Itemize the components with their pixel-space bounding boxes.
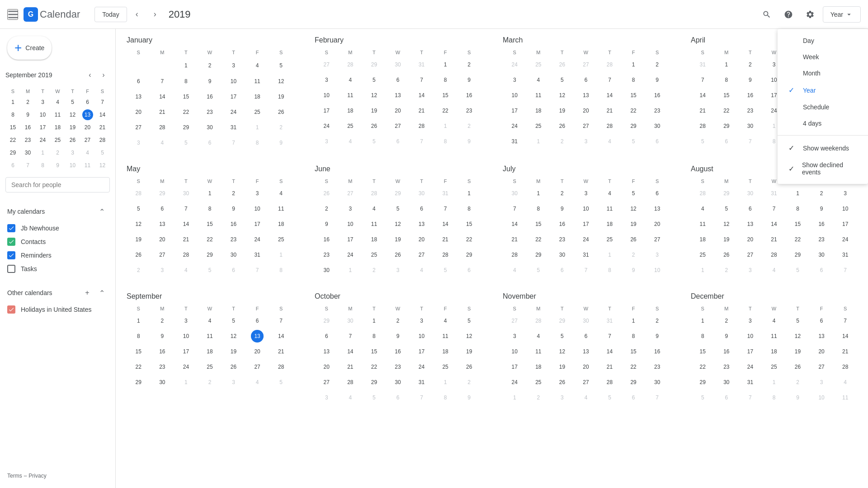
month-day[interactable]: 29 (151, 186, 175, 201)
month-day[interactable]: 10 (245, 201, 269, 216)
month-day[interactable]: 19 (386, 232, 410, 247)
month-day[interactable]: 3 (738, 263, 762, 278)
month-day[interactable]: 13 (315, 344, 339, 359)
month-day[interactable]: 7 (598, 72, 622, 88)
month-day[interactable]: 8 (434, 390, 458, 405)
month-day[interactable]: 29 (315, 313, 339, 328)
month-day[interactable]: 2 (527, 390, 551, 405)
mini-cal-day[interactable]: 11 (50, 108, 65, 121)
month-day[interactable]: 2 (457, 57, 481, 72)
month-day[interactable]: 25 (527, 118, 551, 134)
month-day[interactable]: 26 (622, 232, 646, 247)
month-day[interactable]: 17 (222, 89, 245, 104)
month-day[interactable]: 27 (410, 247, 434, 263)
month-day[interactable]: 15 (174, 89, 198, 104)
add-other-calendar[interactable]: + (81, 286, 94, 299)
month-day[interactable]: 11 (269, 201, 293, 216)
month-day[interactable]: 8 (434, 134, 458, 149)
month-day[interactable]: 18 (434, 344, 458, 359)
month-day[interactable]: 4 (339, 134, 363, 149)
month-day[interactable]: 20 (386, 103, 410, 118)
month-day[interactable]: 2 (315, 201, 339, 216)
month-day[interactable]: 6 (574, 328, 598, 344)
month-day[interactable]: 28 (598, 118, 622, 134)
month-day[interactable]: 5 (786, 313, 810, 328)
month-day[interactable]: 4 (362, 201, 386, 216)
month-day[interactable]: 28 (503, 247, 527, 263)
month-day[interactable]: 13 (127, 89, 151, 104)
month-day[interactable]: 17 (503, 359, 527, 375)
dropdown-show-declined[interactable]: ✓ Show declined events (778, 157, 868, 180)
month-day[interactable]: 25 (362, 247, 386, 263)
month-day[interactable]: 5 (550, 328, 574, 344)
month-day[interactable]: 17 (410, 344, 434, 359)
month-day[interactable]: 27 (339, 186, 363, 201)
month-day[interactable]: 6 (222, 263, 245, 278)
month-day[interactable]: 10 (503, 344, 527, 359)
month-day[interactable]: 7 (434, 201, 458, 216)
month-day[interactable]: 30 (386, 375, 410, 390)
mini-cal-day[interactable]: 5 (95, 146, 110, 159)
month-day[interactable]: 30 (738, 186, 762, 201)
month-day[interactable]: 16 (386, 344, 410, 359)
month-day[interactable]: 25 (198, 359, 222, 375)
month-day[interactable]: 10 (315, 88, 339, 103)
month-day[interactable]: 3 (574, 134, 598, 149)
mini-cal-day[interactable]: 30 (20, 146, 35, 159)
month-day[interactable]: 5 (527, 263, 551, 278)
mini-cal-day[interactable]: 26 (65, 134, 80, 146)
month-day[interactable]: 8 (269, 263, 293, 278)
month-day[interactable]: 1 (174, 375, 198, 390)
month-day[interactable]: 13 (386, 88, 410, 103)
month-day[interactable]: 31 (833, 247, 857, 263)
month-day[interactable]: 25 (434, 359, 458, 375)
month-day[interactable]: 28 (174, 247, 198, 263)
month-day[interactable]: 21 (174, 232, 198, 247)
month-day[interactable]: 9 (810, 201, 834, 216)
mini-cal-day[interactable]: 24 (35, 134, 50, 146)
month-day[interactable]: 23 (457, 103, 481, 118)
month-day[interactable]: 7 (410, 390, 434, 405)
month-day[interactable]: 6 (457, 263, 481, 278)
month-day[interactable]: 21 (598, 103, 622, 118)
month-day[interactable]: 29 (362, 57, 386, 72)
month-day[interactable]: 5 (362, 390, 386, 405)
mini-cal-day[interactable]: 1 (35, 146, 50, 159)
month-day[interactable]: 4 (598, 186, 622, 201)
mini-prev-button[interactable]: ‹ (84, 69, 96, 81)
month-day[interactable]: 26 (457, 359, 481, 375)
month-day[interactable]: 31 (738, 375, 762, 390)
month-day[interactable]: 19 (715, 232, 739, 247)
month-day[interactable]: 19 (222, 344, 245, 359)
month-day[interactable]: 7 (574, 263, 598, 278)
month-day[interactable]: 7 (762, 201, 786, 216)
month-day[interactable]: 22 (786, 232, 810, 247)
month-day[interactable]: 22 (622, 103, 646, 118)
dropdown-day[interactable]: Day (778, 33, 868, 49)
calendar-checkbox[interactable] (7, 224, 15, 232)
month-day[interactable]: 4 (598, 134, 622, 149)
month-day[interactable]: 5 (691, 134, 715, 149)
month-day[interactable]: 3 (810, 375, 834, 390)
month-day[interactable]: 23 (645, 103, 669, 118)
month-day[interactable]: 17 (339, 232, 363, 247)
month-day[interactable]: 7 (645, 390, 669, 405)
my-calendars-collapse[interactable]: ⌃ (95, 205, 108, 218)
month-day[interactable]: 25 (339, 118, 363, 134)
month-day[interactable]: 26 (550, 57, 574, 72)
month-day[interactable]: 11 (434, 328, 458, 344)
month-day[interactable]: 31 (574, 247, 598, 263)
hamburger-button[interactable] (7, 9, 18, 20)
month-day[interactable]: 14 (410, 88, 434, 103)
month-day[interactable]: 30 (715, 375, 739, 390)
month-day[interactable]: 20 (574, 103, 598, 118)
month-day[interactable]: 6 (550, 263, 574, 278)
month-day[interactable]: 14 (174, 216, 198, 232)
month-day[interactable]: 11 (245, 74, 269, 89)
month-day[interactable]: 29 (198, 247, 222, 263)
month-day[interactable]: 10 (810, 390, 834, 405)
month-day[interactable]: 1 (503, 390, 527, 405)
month-day[interactable]: 4 (503, 263, 527, 278)
month-day[interactable]: 22 (198, 232, 222, 247)
month-day[interactable]: 1 (362, 313, 386, 328)
